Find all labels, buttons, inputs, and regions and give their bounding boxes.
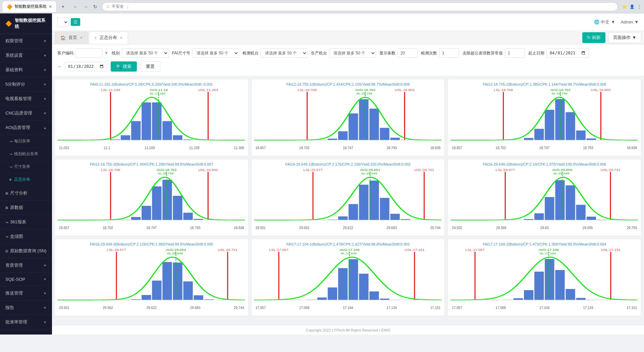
tab-normal-dist[interactable]: ↑ 正态分布 ✕ (89, 32, 128, 44)
tab-normal-dist-close[interactable]: ✕ (120, 36, 122, 40)
forward-button[interactable]: → (81, 3, 90, 10)
search-button[interactable]: 🔍 搜索 (111, 61, 137, 72)
filter-row2: ～ 🔍 搜索 重置 (57, 61, 639, 72)
approval-arrow: ▼ (43, 320, 47, 324)
tab-close-icon[interactable]: ✕ (49, 4, 52, 9)
bookmark-icon[interactable]: ⭐ (622, 4, 627, 9)
reset-button[interactable]: 重置 (140, 61, 160, 72)
header-selector[interactable] (57, 17, 69, 27)
customer-label: 客户编码 (57, 50, 73, 56)
page-action-button[interactable]: 页面操作 ▼ (608, 32, 641, 43)
sidebar-item-settings[interactable]: 系统设置 ▼ (0, 48, 52, 63)
sidebar-item-size-analysis[interactable]: ⊞ 尺寸分析 (0, 186, 52, 201)
header-menu-button[interactable]: ☰ (71, 18, 80, 26)
svg-rect-37 (369, 109, 379, 140)
sidebar-item-qualification[interactable]: 资质管理 ▼ (0, 258, 52, 273)
sidebar-sub-daily-rate[interactable]: ↝ 每日良率 (0, 135, 52, 148)
back-button[interactable]: ← (71, 3, 80, 10)
sidebar-item-report[interactable]: 报告 ▼ (0, 301, 52, 315)
detect-machine-select[interactable]: 请选择 最多 50 个 (261, 48, 308, 58)
x-label: 18.747 (147, 226, 157, 230)
anomaly-input[interactable] (505, 48, 525, 58)
line-select[interactable]: 请选择 最多 50 个 (122, 48, 169, 58)
svg-rect-192 (359, 274, 368, 300)
svg-rect-8 (142, 102, 151, 140)
svg-rect-90 (183, 213, 193, 220)
browser-tab[interactable]: 🔶 智能数据挖掘系统 ✕ (3, 1, 56, 12)
new-tab-button[interactable]: + (59, 2, 67, 11)
sidebar-item-raw-data[interactable]: ⊞ 原数据 (0, 201, 52, 215)
svg-rect-167 (173, 263, 182, 300)
sidebar-sub-line-rate[interactable]: ↝ 线别机台良率 (0, 148, 52, 161)
page-action-icon: ▼ (632, 35, 636, 40)
language-selector[interactable]: 🌐 中文 ▼ (594, 19, 615, 25)
detect-count-input[interactable] (439, 48, 459, 58)
fai-select[interactable]: 请选择 最多 50 个 (192, 48, 239, 58)
user-selector[interactable]: Admin ▼ (621, 19, 639, 25)
normal-dist-label: 正态分布 (14, 177, 30, 182)
user-label: Admin (621, 19, 633, 25)
sidebar-item-score[interactable]: 5分制评分 ▼ (0, 77, 52, 92)
chart-x-labels-7: 17.05717.06817.10417.13417.151 (254, 306, 442, 310)
sidebar-item-tv[interactable]: 电视看板管理 ▼ (0, 92, 52, 106)
chart-card-1[interactable]: FAI12-18.755-1(Bottom)/CP:1.434/CPK:1.15… (251, 79, 445, 156)
chart-card-2[interactable]: FAI12-18.755-2(Bottom)/CP:1.385/CPK:1.14… (447, 79, 641, 156)
chart-card-6[interactable]: FAI16-29.649-3(Bottom)/CP:2.129/CPK:1.98… (55, 239, 249, 316)
chart-card-3[interactable]: FAI12-18.755-3(Bottom)/CP:1.404/CPK:1.20… (55, 159, 249, 236)
sidebar-sub-size-rate[interactable]: ↝ 尺寸良率 (0, 161, 52, 173)
header-right: 🌐 中文 ▼ Admin ▼ (594, 19, 639, 25)
tab-home-close[interactable]: ✕ (80, 36, 83, 40)
charts-area: FAI9-11.181-3(Bottom)/CP:5.28/CPK:5.209/… (52, 76, 644, 325)
customer-dropdown-icon[interactable]: ▼ (104, 51, 108, 55)
sidebar-item-raw-query[interactable]: ⊟ 原始数据查询 (SN) (0, 244, 52, 258)
x-label: 18.702 (299, 146, 310, 150)
sidebar-item-aoi[interactable]: AOI品质管理 ▲ (0, 121, 52, 135)
end-date-input[interactable] (546, 48, 589, 58)
sidebar-item-approval[interactable]: 批准率管理 ▼ (0, 315, 52, 329)
x-label: 18.702 (496, 146, 506, 150)
score-label: 5分制评分 (5, 81, 25, 87)
sidebar-item-push[interactable]: 推送管理 ▼ (0, 286, 52, 301)
x-label: 18.793 (583, 146, 593, 150)
start-date-input[interactable] (65, 62, 107, 71)
sidebar-item-361[interactable]: ↝ 361报表 (0, 215, 52, 229)
sidebar-item-basics[interactable]: 基础资料 ▼ (0, 63, 52, 77)
filter-end-date: 起止日期 (528, 48, 589, 58)
size-analysis-icon: ⊞ (5, 191, 8, 195)
header-select-group: ☰ (57, 17, 80, 27)
chart-card-0[interactable]: FAI9-11.181-3(Bottom)/CP:5.28/CPK:5.209/… (55, 79, 249, 156)
more-icon[interactable]: ⋮ (637, 4, 641, 9)
footer-text: Copyright 2022 LYITech All Rights Reserv… (306, 328, 390, 332)
address-bar[interactable]: ⚠ 不安全 | (102, 2, 618, 11)
svg-rect-113 (348, 204, 358, 220)
sidebar-item-cnc[interactable]: CNC品质管理 ▼ (0, 106, 52, 121)
sqe-label: SQE-SOP (5, 277, 25, 282)
svg-rect-116 (380, 198, 389, 220)
sidebar-sub-normal-dist[interactable]: 正态分布 (0, 173, 52, 186)
tab-home[interactable]: 🏠 首页 ✕ (55, 32, 88, 44)
svg-rect-216 (534, 272, 544, 300)
profile-icon[interactable]: 👤 (630, 4, 635, 9)
customer-code-input[interactable] (75, 48, 102, 58)
chart-body-6: LSL:29.577 AVG:29.654 SL:29.649 USL:29.7… (58, 248, 246, 305)
chart-card-8[interactable]: FAI17-17.104-2(Bottom)/CP:1.473/CPK:1.35… (447, 239, 641, 316)
chart-body-2: LSL:18.708 AVG:18.763 SL:18.755 USL:18.8… (450, 88, 638, 145)
x-label: 29.566 (496, 226, 506, 230)
prod-machine-select[interactable]: 请选择 最多 50 个 (329, 48, 376, 58)
tab-actions: ↻ 刷新 页面操作 ▼ (582, 32, 641, 43)
display-count-input[interactable] (397, 48, 418, 58)
sidebar-item-box[interactable]: ↝ 盒须图 (0, 229, 52, 244)
svg-rect-63 (566, 112, 575, 140)
sidebar-item-sqe[interactable]: SQE-SOP ▼ (0, 273, 52, 286)
chart-card-5[interactable]: FAI16-29.649-2(Bottom)/CP:2.14/CPK:1.975… (447, 159, 641, 236)
svg-rect-9 (152, 102, 161, 140)
sidebar-item-auth[interactable]: 权限管理 ▼ (0, 34, 52, 48)
refresh-button[interactable]: ↻ 刷新 (582, 32, 605, 43)
chart-card-4[interactable]: FAI16-29.649-1(Bottom)/CP:2.176/CPK:2.10… (251, 159, 445, 236)
user-dropdown-icon: ▼ (634, 19, 639, 25)
reload-button[interactable]: ↻ (91, 3, 99, 10)
detect-count-label: 检测次数 (421, 50, 437, 56)
sidebar-header: 🔶 智能数据挖掘系统 (0, 13, 52, 34)
svg-text:SL:29.649: SL:29.649 (553, 172, 570, 175)
chart-card-7[interactable]: FAI17-17.104-1(Bottom)/CP:1.478/CPK:1.42… (251, 239, 445, 316)
